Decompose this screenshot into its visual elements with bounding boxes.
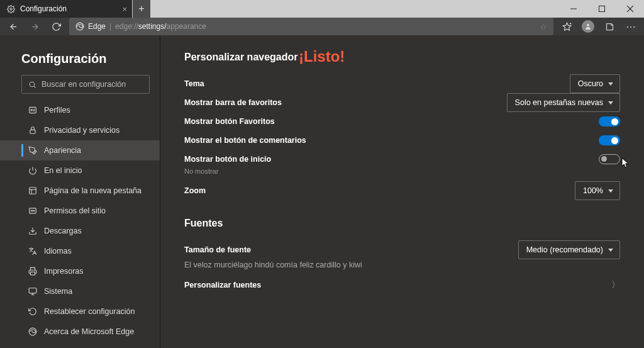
sidebar-item-about[interactable]: Acerca de Microsoft Edge: [0, 322, 160, 342]
favbtn-toggle[interactable]: [599, 116, 620, 126]
feedback-label: Mostrar el botón de comentarios: [184, 136, 306, 145]
sidebar-label: Idiomas: [44, 247, 72, 255]
feedback-toggle[interactable]: [599, 135, 620, 145]
back-button[interactable]: [3, 22, 24, 31]
svg-point-0: [9, 8, 11, 9]
sidebar-item-printers[interactable]: Impresoras: [0, 261, 160, 281]
fontsize-value: Medio (recomendado): [526, 245, 603, 254]
settings-sidebar: Configuración Buscar en configuración Pe…: [0, 35, 160, 348]
homebtn-sub: No mostrar: [160, 167, 644, 179]
window-minimize-button[interactable]: [559, 0, 587, 18]
svg-point-23: [32, 210, 33, 211]
window-controls: [559, 0, 644, 18]
tab-title: Configuración: [20, 4, 67, 13]
sidebar-label: Impresoras: [44, 267, 84, 276]
row-favbtn: Mostrar botón Favoritos: [160, 112, 644, 131]
sidebar-label: Apariencia: [44, 146, 81, 155]
settings-main: Personalizar navegador ¡Listo! Tema Oscu…: [160, 35, 644, 348]
row-customfonts[interactable]: Personalizar fuentes 〉: [160, 276, 644, 295]
profile-icon: [28, 106, 38, 115]
sidebar-item-reset[interactable]: Restablecer configuración: [0, 301, 160, 322]
svg-point-15: [31, 109, 32, 111]
homebtn-label: Mostrar botón de inicio: [184, 155, 271, 164]
theme-label: Tema: [184, 79, 204, 88]
menu-button[interactable]: ⋯: [620, 21, 641, 33]
addr-separator: |: [109, 22, 111, 31]
edge-icon: [28, 327, 38, 336]
sidebar-item-profiles[interactable]: Perfiles: [0, 100, 160, 120]
customfonts-label: Personalizar fuentes: [184, 281, 261, 289]
reset-icon: [28, 307, 38, 316]
sidebar-item-downloads[interactable]: Descargas: [0, 221, 160, 241]
section-fonts-heading: Fuentes: [160, 218, 644, 240]
browser-tab[interactable]: Configuración ×: [0, 0, 132, 18]
notes-button[interactable]: [599, 22, 620, 31]
sidebar-item-siteperm[interactable]: Permisos del sitio: [0, 201, 160, 221]
sidebar-item-privacy[interactable]: Privacidad y servicios: [0, 120, 160, 140]
fontsize-dropdown[interactable]: Medio (recomendado): [518, 240, 620, 259]
sidebar-item-system[interactable]: Sistema: [0, 281, 160, 301]
row-zoom: Zoom 100%: [160, 181, 644, 200]
row-fontsize: Tamaño de fuente Medio (recomendado): [160, 240, 644, 259]
favbar-value: Solo en pestañas nuevas: [515, 98, 603, 107]
zoom-label: Zoom: [184, 186, 206, 195]
favbar-dropdown[interactable]: Solo en pestañas nuevas: [507, 93, 620, 112]
download-icon: [28, 227, 38, 235]
svg-rect-16: [30, 130, 35, 133]
overlay-listo: ¡Listo!: [299, 48, 345, 65]
profile-button[interactable]: [577, 20, 599, 33]
svg-point-12: [30, 82, 35, 87]
printer-icon: [28, 267, 38, 276]
svg-rect-18: [30, 188, 36, 194]
grid-icon: [28, 186, 38, 195]
sidebar-label: Sistema: [44, 287, 72, 296]
globe-icon: [28, 247, 38, 255]
edge-logo-icon: [75, 22, 84, 31]
sidebar-label: Privacidad y servicios: [44, 126, 119, 135]
theme-dropdown[interactable]: Oscuro: [570, 74, 620, 93]
sidebar-item-languages[interactable]: Idiomas: [0, 241, 160, 261]
sidebar-nav: Perfiles Privacidad y servicios Aparienc…: [0, 100, 160, 342]
sidebar-heading: Configuración: [0, 52, 160, 75]
svg-rect-26: [31, 272, 35, 275]
forward-button[interactable]: [24, 22, 45, 31]
lock-icon: [28, 126, 38, 135]
fontsize-label: Tamaño de fuente: [184, 245, 251, 254]
brush-icon: [28, 146, 38, 155]
chevron-right-icon: 〉: [611, 279, 620, 289]
sidebar-label: Permisos del sitio: [44, 206, 106, 215]
sidebar-item-appearance[interactable]: Apariencia: [0, 140, 160, 160]
favbar-label: Mostrar barra de favoritos: [184, 98, 282, 107]
zoom-dropdown[interactable]: 100%: [575, 181, 620, 200]
addr-url: edge://settings/appearance: [115, 22, 206, 31]
monitor-icon: [28, 287, 38, 296]
gear-icon: [6, 4, 15, 13]
zoom-value: 100%: [583, 186, 603, 195]
browser-toolbar: Edge | edge://settings/appearance ☆ ⋯: [0, 18, 644, 35]
theme-value: Oscuro: [578, 79, 603, 88]
favorites-button[interactable]: [556, 22, 577, 31]
sidebar-label: Acerca de Microsoft Edge: [44, 327, 134, 336]
window-titlebar: Configuración × +: [0, 0, 644, 18]
sidebar-label: Página de la nueva pestaña: [44, 186, 142, 195]
addr-edge-label: Edge: [88, 22, 106, 31]
svg-line-13: [34, 86, 35, 87]
avatar-icon: [582, 20, 594, 33]
new-tab-button[interactable]: +: [133, 0, 150, 18]
address-bar[interactable]: Edge | edge://settings/appearance ☆: [69, 18, 553, 35]
tab-close-icon[interactable]: ×: [122, 4, 127, 14]
font-sample-text: El veloz murciélago hindú comía feliz ca…: [160, 259, 644, 273]
favorite-star-icon[interactable]: ☆: [540, 22, 547, 31]
sidebar-label: Restablecer configuración: [44, 307, 135, 316]
sidebar-item-onstart[interactable]: En el inicio: [0, 160, 160, 181]
homebtn-toggle[interactable]: [599, 154, 620, 164]
refresh-button[interactable]: [45, 22, 67, 31]
svg-point-24: [34, 210, 35, 211]
window-close-button[interactable]: [616, 0, 644, 18]
sidebar-item-newtab[interactable]: Página de la nueva pestaña: [0, 181, 160, 201]
row-homebtn: Mostrar botón de inicio: [160, 150, 644, 169]
shield-icon: [28, 206, 38, 215]
settings-search-input[interactable]: Buscar en configuración: [21, 75, 150, 94]
sidebar-label: En el inicio: [44, 166, 82, 175]
window-maximize-button[interactable]: [587, 0, 616, 18]
